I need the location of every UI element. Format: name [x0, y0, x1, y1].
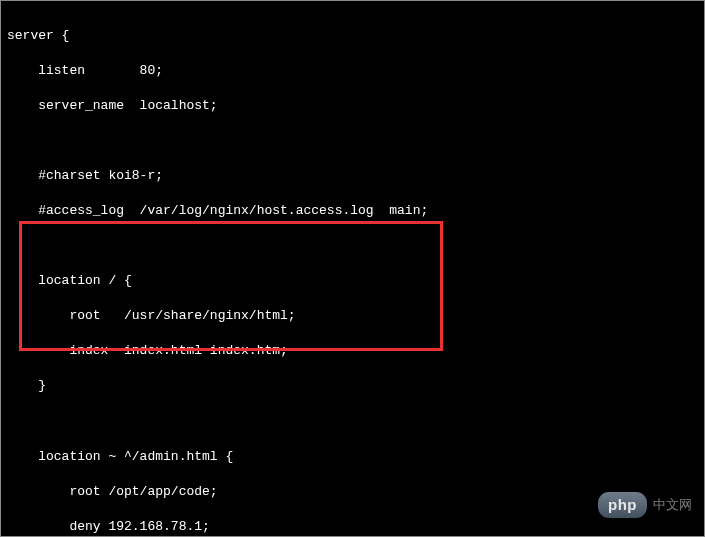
code-line: [7, 132, 698, 150]
code-line: deny 192.168.78.1;: [7, 518, 698, 536]
php-badge: php: [598, 492, 647, 518]
code-line: index index.html index.htm;: [7, 342, 698, 360]
code-line: root /usr/share/nginx/html;: [7, 307, 698, 325]
code-line: root /opt/app/code;: [7, 483, 698, 501]
watermark: php 中文网: [598, 492, 692, 518]
code-line: [7, 412, 698, 430]
code-line: #access_log /var/log/nginx/host.access.l…: [7, 202, 698, 220]
code-line: [7, 237, 698, 255]
code-line: #charset koi8-r;: [7, 167, 698, 185]
watermark-text: 中文网: [653, 496, 692, 514]
code-line: location / {: [7, 272, 698, 290]
code-line: server {: [7, 27, 698, 45]
code-line: server_name localhost;: [7, 97, 698, 115]
code-line: }: [7, 377, 698, 395]
code-line: location ~ ^/admin.html {: [7, 448, 698, 466]
code-line: listen 80;: [7, 62, 698, 80]
nginx-config-code: server { listen 80; server_name localhos…: [1, 1, 704, 537]
